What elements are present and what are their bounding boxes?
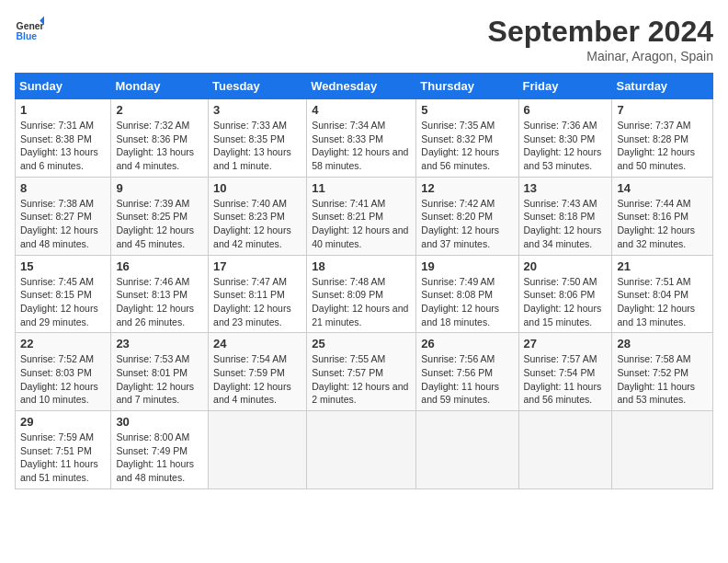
logo-icon: General Blue — [15, 15, 44, 44]
sunset-label: Sunset: 8:01 PM — [116, 367, 188, 378]
table-row: 17 Sunrise: 7:47 AM Sunset: 8:11 PM Dayl… — [209, 255, 307, 333]
sunset-label: Sunset: 8:28 PM — [617, 133, 688, 144]
table-row: 25 Sunrise: 7:55 AM Sunset: 7:57 PM Dayl… — [307, 333, 416, 411]
day-info: Sunrise: 7:39 AM Sunset: 8:25 PM Dayligh… — [116, 197, 203, 251]
table-row: 6 Sunrise: 7:36 AM Sunset: 8:30 PM Dayli… — [518, 99, 612, 178]
day-info: Sunrise: 7:36 AM Sunset: 8:30 PM Dayligh… — [524, 119, 608, 173]
sunrise-label: Sunrise: 7:37 AM — [617, 120, 690, 131]
sunset-label: Sunset: 8:08 PM — [421, 289, 493, 300]
sunrise-label: Sunrise: 7:59 AM — [20, 431, 94, 442]
sunrise-label: Sunrise: 7:33 AM — [213, 120, 287, 131]
day-number: 25 — [312, 337, 411, 350]
day-info: Sunrise: 8:00 AM Sunset: 7:49 PM Dayligh… — [116, 431, 203, 485]
sunset-label: Sunset: 7:57 PM — [312, 367, 383, 378]
day-number: 22 — [20, 337, 106, 350]
table-row: 12 Sunrise: 7:42 AM Sunset: 8:20 PM Dayl… — [416, 177, 518, 255]
col-saturday: Saturday — [612, 74, 713, 99]
sunrise-label: Sunrise: 7:53 AM — [116, 353, 189, 364]
sunset-label: Sunset: 8:09 PM — [312, 289, 383, 300]
sunrise-label: Sunrise: 7:31 AM — [20, 120, 94, 131]
table-row: 13 Sunrise: 7:43 AM Sunset: 8:18 PM Dayl… — [518, 177, 612, 255]
table-row: 24 Sunrise: 7:54 AM Sunset: 7:59 PM Dayl… — [209, 333, 307, 411]
sunrise-label: Sunrise: 7:40 AM — [213, 198, 287, 209]
day-number: 14 — [617, 181, 708, 195]
day-number: 16 — [116, 259, 203, 273]
day-number: 23 — [116, 337, 203, 350]
day-info: Sunrise: 7:51 AM Sunset: 8:04 PM Dayligh… — [617, 275, 708, 329]
title-block: September 2024 Mainar, Aragon, Spain — [488, 15, 713, 63]
sunrise-label: Sunrise: 7:48 AM — [312, 276, 385, 287]
day-info: Sunrise: 7:34 AM Sunset: 8:33 PM Dayligh… — [312, 119, 411, 173]
col-tuesday: Tuesday — [209, 74, 307, 99]
logo: General Blue — [15, 15, 44, 44]
day-info: Sunrise: 7:54 AM Sunset: 7:59 PM Dayligh… — [213, 352, 301, 407]
day-number: 11 — [312, 181, 411, 195]
table-row: 16 Sunrise: 7:46 AM Sunset: 8:13 PM Dayl… — [111, 255, 209, 333]
daylight-label: Daylight: 12 hours and 32 minutes. — [617, 224, 695, 249]
col-friday: Friday — [518, 74, 612, 99]
day-number: 20 — [524, 259, 608, 273]
sunrise-label: Sunrise: 7:39 AM — [116, 198, 189, 209]
table-row: 26 Sunrise: 7:56 AM Sunset: 7:56 PM Dayl… — [416, 333, 518, 411]
sunrise-label: Sunrise: 7:50 AM — [524, 276, 597, 287]
table-row: 2 Sunrise: 7:32 AM Sunset: 8:36 PM Dayli… — [111, 99, 209, 178]
daylight-label: Daylight: 13 hours and 6 minutes. — [20, 146, 98, 171]
table-row: 22 Sunrise: 7:52 AM Sunset: 8:03 PM Dayl… — [16, 333, 111, 411]
table-row — [612, 411, 713, 489]
col-thursday: Thursday — [416, 74, 518, 99]
sunset-label: Sunset: 8:23 PM — [213, 211, 285, 222]
day-info: Sunrise: 7:47 AM Sunset: 8:11 PM Dayligh… — [213, 275, 301, 329]
day-info: Sunrise: 7:45 AM Sunset: 8:15 PM Dayligh… — [20, 275, 106, 329]
daylight-label: Daylight: 12 hours and 13 minutes. — [617, 303, 695, 327]
daylight-label: Daylight: 12 hours and 40 minutes. — [312, 224, 408, 249]
day-info: Sunrise: 7:49 AM Sunset: 8:08 PM Dayligh… — [421, 275, 513, 329]
sunset-label: Sunset: 8:33 PM — [312, 133, 383, 144]
daylight-label: Daylight: 12 hours and 45 minutes. — [116, 224, 194, 249]
daylight-label: Daylight: 12 hours and 42 minutes. — [213, 224, 291, 249]
sunset-label: Sunset: 8:21 PM — [312, 211, 383, 222]
daylight-label: Daylight: 12 hours and 18 minutes. — [421, 303, 499, 327]
day-number: 21 — [617, 259, 708, 273]
sunrise-label: Sunrise: 7:45 AM — [20, 276, 94, 287]
daylight-label: Daylight: 12 hours and 50 minutes. — [617, 146, 695, 171]
day-number: 26 — [421, 337, 513, 350]
day-number: 8 — [20, 181, 106, 195]
day-number: 24 — [213, 337, 301, 350]
day-info: Sunrise: 7:48 AM Sunset: 8:09 PM Dayligh… — [312, 275, 411, 329]
day-info: Sunrise: 7:58 AM Sunset: 7:52 PM Dayligh… — [617, 352, 708, 407]
day-number: 4 — [312, 103, 411, 117]
col-monday: Monday — [111, 74, 209, 99]
sunrise-label: Sunrise: 7:57 AM — [524, 353, 597, 364]
daylight-label: Daylight: 12 hours and 53 minutes. — [524, 146, 602, 171]
sunset-label: Sunset: 8:13 PM — [116, 289, 188, 300]
page-header: General Blue September 2024 Mainar, Arag… — [15, 15, 713, 63]
sunset-label: Sunset: 8:04 PM — [617, 289, 688, 300]
sunset-label: Sunset: 8:36 PM — [116, 133, 188, 144]
sunset-label: Sunset: 8:20 PM — [421, 211, 493, 222]
day-info: Sunrise: 7:40 AM Sunset: 8:23 PM Dayligh… — [213, 197, 301, 251]
day-number: 9 — [116, 181, 203, 195]
daylight-label: Daylight: 11 hours and 59 minutes. — [421, 381, 499, 406]
day-number: 3 — [213, 103, 301, 117]
sunrise-label: Sunrise: 7:44 AM — [617, 198, 690, 209]
daylight-label: Daylight: 11 hours and 53 minutes. — [617, 381, 695, 406]
daylight-label: Daylight: 12 hours and 4 minutes. — [213, 381, 291, 406]
day-number: 12 — [421, 181, 513, 195]
table-row: 11 Sunrise: 7:41 AM Sunset: 8:21 PM Dayl… — [307, 177, 416, 255]
sunrise-label: Sunrise: 7:52 AM — [20, 353, 94, 364]
day-number: 13 — [524, 181, 608, 195]
sunrise-label: Sunrise: 7:58 AM — [617, 353, 690, 364]
table-row: 9 Sunrise: 7:39 AM Sunset: 8:25 PM Dayli… — [111, 177, 209, 255]
sunset-label: Sunset: 8:03 PM — [20, 367, 92, 378]
sunrise-label: Sunrise: 7:56 AM — [421, 353, 495, 364]
day-info: Sunrise: 7:37 AM Sunset: 8:28 PM Dayligh… — [617, 119, 708, 173]
sunrise-label: Sunrise: 7:38 AM — [20, 198, 94, 209]
daylight-label: Daylight: 12 hours and 10 minutes. — [20, 381, 98, 406]
daylight-label: Daylight: 12 hours and 26 minutes. — [116, 303, 194, 327]
sunrise-label: Sunrise: 7:36 AM — [524, 120, 597, 131]
day-info: Sunrise: 7:44 AM Sunset: 8:16 PM Dayligh… — [617, 197, 708, 251]
day-info: Sunrise: 7:43 AM Sunset: 8:18 PM Dayligh… — [524, 197, 608, 251]
day-number: 27 — [524, 337, 608, 350]
table-row: 4 Sunrise: 7:34 AM Sunset: 8:33 PM Dayli… — [307, 99, 416, 178]
sunrise-label: Sunrise: 7:43 AM — [524, 198, 597, 209]
